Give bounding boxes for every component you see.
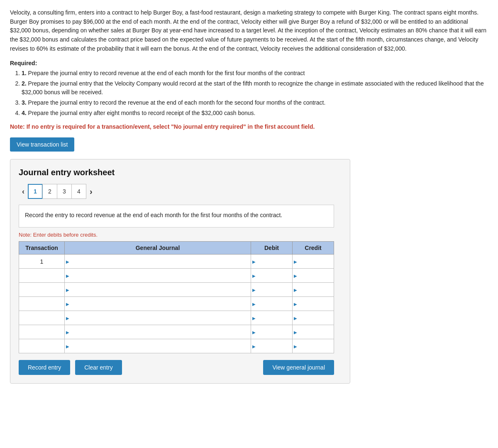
row6-debit-input[interactable] bbox=[254, 325, 290, 339]
row7-debit-cell bbox=[251, 339, 293, 353]
view-transaction-button[interactable]: View transaction list bbox=[10, 137, 74, 152]
note-debits: Note: Enter debits before credits. bbox=[19, 232, 342, 238]
row7-journal-cell bbox=[65, 339, 251, 353]
row5-journal-input[interactable] bbox=[67, 311, 248, 325]
tab-3[interactable]: 3 bbox=[57, 184, 72, 199]
row3-credit-input[interactable] bbox=[295, 283, 331, 296]
row4-journal-cell bbox=[65, 297, 251, 311]
row4-credit-cell bbox=[293, 297, 334, 311]
required-item-2: 2. Prepare the journal entry that the Ve… bbox=[22, 79, 488, 97]
required-item-3: 3. Prepare the journal entry to record t… bbox=[22, 98, 488, 107]
row5-credit-cell bbox=[293, 311, 334, 325]
row3-journal-input[interactable] bbox=[67, 283, 248, 296]
journal-table: Transaction General Journal Debit Credit… bbox=[19, 241, 334, 353]
row6-debit-cell bbox=[251, 325, 293, 339]
row5-debit-input[interactable] bbox=[254, 311, 290, 325]
row5-debit-cell bbox=[251, 311, 293, 325]
table-row bbox=[19, 325, 334, 339]
scenario-text: Velocity, a consulting firm, enters into… bbox=[10, 8, 488, 53]
tab-1[interactable]: 1 bbox=[28, 184, 43, 199]
row3-credit-cell bbox=[293, 283, 334, 297]
row6-journal-input[interactable] bbox=[67, 325, 248, 339]
row7-credit-input[interactable] bbox=[295, 339, 331, 353]
row3-debit-input[interactable] bbox=[254, 283, 290, 296]
row1-debit-cell bbox=[251, 255, 293, 269]
row7-journal-input[interactable] bbox=[67, 339, 248, 353]
worksheet-container: Journal entry worksheet ‹ 1 2 3 4 › Reco… bbox=[10, 159, 350, 384]
row1-credit-input[interactable] bbox=[295, 255, 331, 268]
required-item-4: 4. Prepare the journal entry after eight… bbox=[22, 109, 488, 118]
table-row bbox=[19, 311, 334, 325]
table-row: 1 bbox=[19, 255, 334, 269]
worksheet-title: Journal entry worksheet bbox=[19, 168, 342, 177]
tab-2[interactable]: 2 bbox=[42, 184, 57, 199]
row1-debit-input[interactable] bbox=[254, 255, 290, 268]
row4-debit-input[interactable] bbox=[254, 297, 290, 311]
tab-prev-button[interactable]: ‹ bbox=[19, 186, 28, 198]
row1-journal-cell bbox=[65, 255, 251, 269]
row2-journal-input[interactable] bbox=[67, 269, 248, 282]
table-row bbox=[19, 269, 334, 283]
required-item-1: 1. Prepare the journal entry to record r… bbox=[22, 69, 488, 78]
row3-journal-cell bbox=[65, 283, 251, 297]
row7-debit-input[interactable] bbox=[254, 339, 290, 353]
table-row bbox=[19, 339, 334, 353]
entry-description-box: Record the entry to record revenue at th… bbox=[19, 205, 334, 228]
tab-4[interactable]: 4 bbox=[71, 184, 86, 199]
note-red: Note: If no entry is required for a tran… bbox=[10, 123, 488, 130]
bottom-buttons: Record entry Clear entry View general jo… bbox=[19, 360, 334, 375]
row6-journal-cell bbox=[65, 325, 251, 339]
row4-debit-cell bbox=[251, 297, 293, 311]
required-label: Required: bbox=[10, 60, 488, 66]
tab-next-button[interactable]: › bbox=[86, 185, 96, 198]
tab-row: ‹ 1 2 3 4 › bbox=[19, 184, 342, 199]
row2-journal-cell bbox=[65, 269, 251, 283]
col-header-credit: Credit bbox=[293, 242, 334, 255]
row6-transaction bbox=[19, 325, 65, 339]
row2-debit-cell bbox=[251, 269, 293, 283]
row2-transaction bbox=[19, 269, 65, 283]
row2-debit-input[interactable] bbox=[254, 269, 290, 282]
row7-credit-cell bbox=[293, 339, 334, 353]
row5-transaction bbox=[19, 311, 65, 325]
col-header-debit: Debit bbox=[251, 242, 293, 255]
row2-credit-input[interactable] bbox=[295, 269, 331, 282]
row5-journal-cell bbox=[65, 311, 251, 325]
row6-credit-input[interactable] bbox=[295, 325, 331, 339]
col-header-general-journal: General Journal bbox=[65, 242, 251, 255]
view-general-journal-button[interactable]: View general journal bbox=[263, 360, 334, 375]
row5-credit-input[interactable] bbox=[295, 311, 331, 325]
table-row bbox=[19, 283, 334, 297]
row1-journal-input[interactable] bbox=[67, 255, 248, 268]
row2-credit-cell bbox=[293, 269, 334, 283]
row4-journal-input[interactable] bbox=[67, 297, 248, 311]
row1-credit-cell bbox=[293, 255, 334, 269]
row3-debit-cell bbox=[251, 283, 293, 297]
row3-transaction bbox=[19, 283, 65, 297]
row7-transaction bbox=[19, 339, 65, 353]
row6-credit-cell bbox=[293, 325, 334, 339]
clear-entry-button[interactable]: Clear entry bbox=[75, 360, 122, 375]
row4-credit-input[interactable] bbox=[295, 297, 331, 311]
row1-transaction: 1 bbox=[19, 255, 65, 269]
col-header-transaction: Transaction bbox=[19, 242, 65, 255]
table-row bbox=[19, 297, 334, 311]
record-entry-button[interactable]: Record entry bbox=[19, 360, 70, 375]
row4-transaction bbox=[19, 297, 65, 311]
